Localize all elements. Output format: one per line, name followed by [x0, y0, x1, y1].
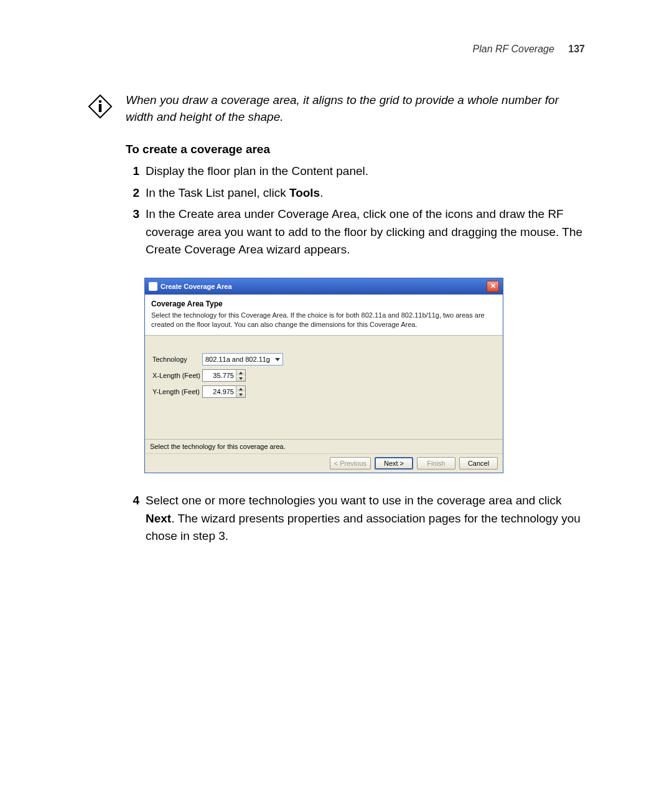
create-coverage-dialog: Create Coverage Area ✕ Coverage Area Typ… [144, 278, 503, 474]
caret-down-icon [239, 377, 243, 380]
finish-button[interactable]: Finish [417, 457, 455, 470]
ylength-label: Y-Length (Feet) [152, 388, 202, 395]
chevron-down-icon [275, 358, 280, 361]
step-4: 4 Select one or more technologies you wa… [126, 492, 585, 545]
caret-up-icon [239, 388, 243, 390]
technology-label: Technology [152, 356, 202, 363]
dialog-description: Select the technology for this Coverage … [151, 311, 497, 329]
step-body: In the Task List panel, click Tools. [146, 184, 585, 202]
technology-value: 802.11a and 802.11g [205, 356, 270, 363]
dialog-heading: Coverage Area Type [151, 300, 497, 308]
step-number: 2 [126, 184, 139, 202]
step-2: 2 In the Task List panel, click Tools. [126, 184, 585, 202]
dialog-titlebar: Create Coverage Area ✕ [145, 278, 503, 295]
step-3: 3 In the Create area under Coverage Area… [126, 205, 585, 259]
svg-rect-2 [99, 104, 101, 112]
spin-up-button[interactable] [236, 370, 245, 375]
dialog-button-bar: < Previous Next > Finish Cancel [145, 453, 503, 473]
xlength-input[interactable] [203, 370, 236, 381]
dialog-header: Coverage Area Type Select the technology… [145, 295, 503, 336]
xlength-spinner[interactable] [202, 369, 246, 382]
close-button[interactable]: ✕ [487, 281, 499, 292]
caret-down-icon [239, 394, 243, 396]
page-number: 137 [568, 44, 585, 54]
step-number: 4 [126, 492, 139, 545]
step-body: Select one or more technologies you want… [146, 492, 585, 545]
section-heading: To create a coverage area [126, 143, 585, 156]
xlength-label: X-Length (Feet) [152, 372, 202, 379]
dialog-title: Create Coverage Area [161, 283, 232, 290]
info-icon [87, 93, 117, 122]
page-header: Plan RF Coverage 137 [87, 44, 585, 55]
header-title: Plan RF Coverage [473, 44, 554, 54]
step-number: 1 [126, 163, 139, 181]
ylength-spinner[interactable] [202, 385, 246, 398]
dialog-body: Technology 802.11a and 802.11g X-Length … [145, 336, 503, 439]
spin-down-button[interactable] [236, 392, 245, 397]
cancel-button[interactable]: Cancel [459, 457, 498, 470]
info-note-text: When you draw a coverage area, it aligns… [126, 92, 585, 125]
svg-point-1 [99, 100, 102, 103]
step-body: Display the floor plan in the Content pa… [146, 163, 585, 181]
step-body: In the Create area under Coverage Area, … [146, 205, 585, 259]
spin-up-button[interactable] [236, 386, 245, 392]
previous-button[interactable]: < Previous [330, 457, 371, 470]
spin-down-button[interactable] [236, 375, 245, 381]
ylength-input[interactable] [203, 386, 236, 397]
step-number: 3 [126, 205, 139, 259]
step-1: 1 Display the floor plan in the Content … [126, 163, 585, 181]
dialog-status: Select the technology for this coverage … [145, 439, 503, 453]
close-icon: ✕ [490, 282, 496, 290]
caret-up-icon [239, 372, 243, 374]
technology-combo[interactable]: 802.11a and 802.11g [202, 353, 283, 366]
next-button[interactable]: Next > [375, 457, 413, 470]
app-icon [149, 282, 157, 291]
